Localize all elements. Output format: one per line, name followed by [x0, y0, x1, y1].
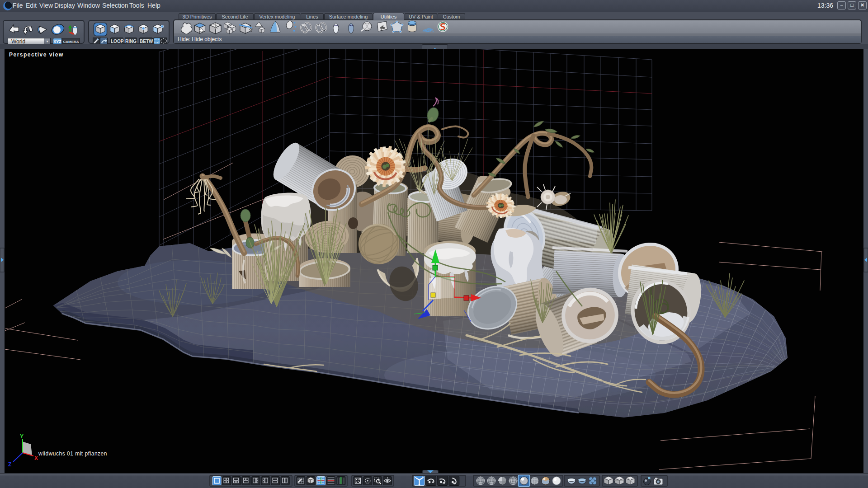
svg-text:wildwuchs 01 mit pflanzen: wildwuchs 01 mit pflanzen: [38, 450, 107, 457]
svg-text:X: X: [34, 455, 38, 461]
svg-text:Perspective view: Perspective view: [9, 52, 64, 58]
svg-text:Y: Y: [20, 433, 24, 440]
svg-text:Z: Z: [8, 461, 11, 468]
